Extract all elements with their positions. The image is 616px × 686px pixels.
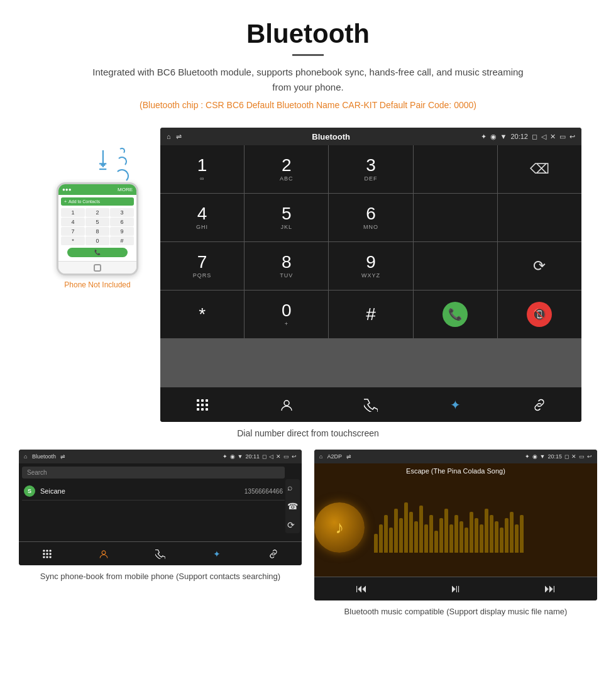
dial-key-empty-3 <box>498 194 581 241</box>
dial-letters-0: + <box>285 321 289 327</box>
pb-status-left: ⌂ Bluetooth ⇌ <box>24 453 65 460</box>
music-screen-icon: ▭ <box>579 453 585 460</box>
pb-nav-link[interactable] <box>245 542 302 565</box>
music-next-button[interactable]: ⏭ <box>503 577 597 600</box>
pb-nav-user[interactable] <box>75 542 132 565</box>
hu-left-icons: ⌂ ⇌ <box>167 133 182 141</box>
dial-key-6[interactable]: 6 MNO <box>329 194 412 241</box>
page-header: Bluetooth Integrated with BC6 Bluetooth … <box>0 0 616 128</box>
viz-bar <box>424 524 428 553</box>
svg-rect-18 <box>50 556 52 558</box>
call-icon: 📞 <box>448 307 462 321</box>
phone-key-hash: # <box>110 236 134 245</box>
dial-key-call-red[interactable]: 📵 <box>498 290 581 338</box>
dial-key-redial[interactable]: ⟳ <box>498 242 581 290</box>
phone-key-1: 1 <box>61 208 85 217</box>
end-call-icon: 📵 <box>532 307 546 321</box>
dial-key-backspace[interactable]: ⌫ <box>498 145 581 193</box>
pb-wrapper: Search S Seicane 13566664466 ⌕ ☎ ⟳ <box>19 463 302 541</box>
music-play-button[interactable]: ⏯ <box>409 577 503 600</box>
pb-refresh-icon[interactable]: ⟳ <box>287 520 298 530</box>
svg-rect-1 <box>201 399 204 402</box>
wave-2 <box>117 157 127 167</box>
dial-key-8[interactable]: 8 TUV <box>245 242 328 290</box>
phone-key-8: 8 <box>85 227 109 236</box>
pb-status-icons: ✦ ◉ ▼ 20:11 ◻ ◁ ✕ ▭ ↩ <box>223 453 297 460</box>
viz-bar <box>485 509 488 553</box>
hu-nav-bluetooth[interactable]: ✦ <box>413 387 497 422</box>
pb-screen-icon: ▭ <box>283 453 289 460</box>
hu-center-title: Bluetooth <box>312 132 350 141</box>
pb-nav-calls[interactable] <box>132 542 189 565</box>
dial-key-9[interactable]: 9 WXYZ <box>329 242 412 290</box>
svg-point-19 <box>102 550 106 554</box>
phone-key-4: 4 <box>61 218 85 226</box>
dial-key-7[interactable]: 7 PQRS <box>160 242 244 290</box>
hu-usb-icon: ⇌ <box>176 133 182 141</box>
pb-back-icon: ↩ <box>292 453 297 460</box>
dial-key-2[interactable]: 2 ABC <box>245 145 328 193</box>
music-bottom-nav: ⏮ ⏯ ⏭ <box>314 577 597 600</box>
music-song-title: Escape (The Pina Colada Song) <box>400 463 512 479</box>
svg-rect-10 <box>43 550 45 551</box>
hu-screen-icon: ▭ <box>559 133 566 141</box>
hu-nav-link[interactable] <box>497 387 581 422</box>
pb-nav-bluetooth[interactable]: ✦ <box>189 542 245 565</box>
dial-key-1[interactable]: 1 ∞ <box>160 145 244 193</box>
phone-top-bar: ●●● MORE <box>58 184 136 195</box>
pb-search-bar[interactable]: Search <box>22 467 285 479</box>
phone-mockup: ●●● MORE + Add to Contacts 1 2 3 4 5 6 7… <box>57 182 138 275</box>
dial-number-star: * <box>199 306 206 323</box>
pb-bottom-nav: ✦ <box>19 541 302 565</box>
dial-letters-8: TUV <box>280 272 293 279</box>
viz-bar <box>515 524 519 553</box>
dial-number-3: 3 <box>366 157 376 174</box>
hu-time: 20:12 <box>510 133 528 140</box>
hu-back-icon: ↩ <box>569 133 575 141</box>
dial-letters-7: PQRS <box>193 272 212 279</box>
svg-rect-14 <box>47 553 48 555</box>
svg-rect-4 <box>201 404 204 406</box>
dial-key-3[interactable]: 3 DEF <box>329 145 412 193</box>
dial-key-4[interactable]: 4 GHI <box>160 194 244 241</box>
viz-bar <box>510 512 514 553</box>
viz-bar <box>470 512 473 553</box>
dial-number-1: 1 <box>197 157 207 174</box>
pb-call-icon[interactable]: ☎ <box>287 501 298 511</box>
pb-search-icon[interactable]: ⌕ <box>287 482 298 492</box>
music-note-icon: ♪ <box>335 517 344 538</box>
phone-key-9: 9 <box>110 227 134 236</box>
phone-call-button: 📞 <box>67 248 128 257</box>
viz-bar <box>459 521 463 553</box>
dial-letters-6: MNO <box>363 224 378 230</box>
dial-letters-5: JKL <box>281 224 293 230</box>
pb-vol-icon: ◁ <box>269 453 273 460</box>
dial-key-star[interactable]: * <box>160 290 244 338</box>
hu-nav-dialpad[interactable] <box>160 387 245 422</box>
dial-number-4: 4 <box>197 205 207 223</box>
viz-bar <box>429 515 433 553</box>
phonebook-block: ⌂ Bluetooth ⇌ ✦ ◉ ▼ 20:11 ◻ ◁ ✕ ▭ ↩ <box>19 450 302 618</box>
dial-number-7: 7 <box>197 253 207 271</box>
phone-carrier: ●●● <box>62 187 72 192</box>
phone-not-included-label: Phone Not Included <box>64 280 130 289</box>
dial-key-0[interactable]: 0 + <box>245 290 328 338</box>
music-album-art: ♪ <box>314 502 365 553</box>
bt-signal-area: ⭳ <box>92 147 115 173</box>
hu-nav-contacts[interactable] <box>245 387 329 422</box>
dial-key-5[interactable]: 5 JKL <box>245 194 328 241</box>
dial-key-hash[interactable]: # <box>329 290 412 338</box>
music-prev-button[interactable]: ⏮ <box>314 577 409 600</box>
dial-key-call-green[interactable]: 📞 <box>414 290 497 338</box>
svg-rect-0 <box>197 399 199 402</box>
add-contact-label: Add to Contacts <box>69 199 100 204</box>
music-bt-icon: ✦ <box>525 453 530 460</box>
dial-key-empty-1 <box>414 145 497 193</box>
hu-nav-calls[interactable] <box>329 387 413 422</box>
pb-nav-dialpad[interactable] <box>19 542 75 565</box>
viz-bar <box>419 506 423 553</box>
dial-number-8: 8 <box>282 253 292 271</box>
viz-bar <box>394 509 398 553</box>
phone-key-2: 2 <box>85 208 109 217</box>
pb-contact-item[interactable]: S Seicane 13566664466 <box>22 482 285 501</box>
